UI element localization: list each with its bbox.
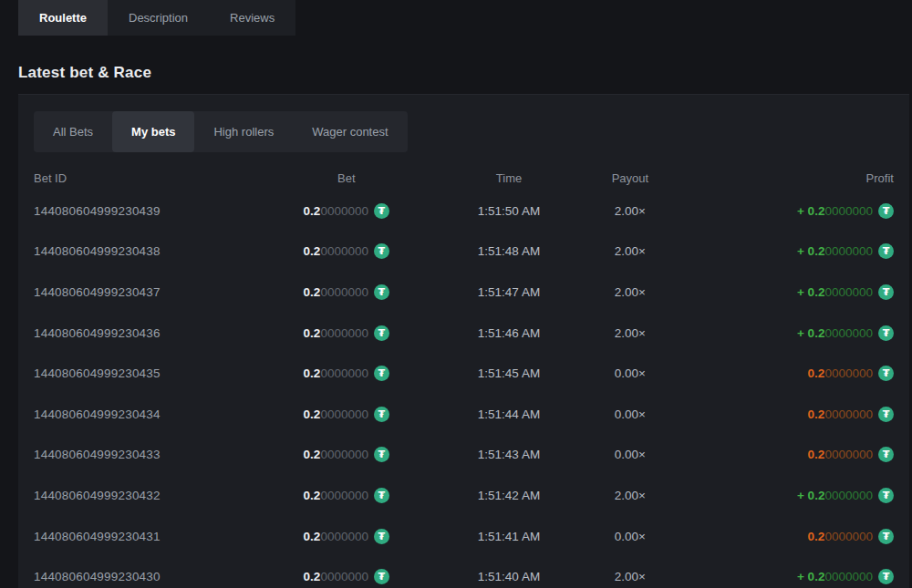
column-header-bet: Bet: [244, 171, 449, 185]
latest-bets-panel: All BetsMy betsHigh rollersWager contest…: [18, 94, 909, 588]
tether-icon: ₮: [374, 325, 389, 341]
page: RouletteDescriptionReviews Latest bet & …: [0, 0, 912, 588]
tether-icon: ₮: [374, 366, 389, 381]
bet-time: 1:51:44 AM: [449, 407, 568, 421]
bet-payout: 0.00×: [569, 366, 692, 380]
bet-payout: 2.00×: [569, 204, 692, 218]
table-header: Bet IDBetTimePayoutProfit: [34, 165, 894, 191]
bet-id: 144080604999230436: [34, 326, 244, 340]
bet-time: 1:51:50 AM: [449, 204, 568, 218]
tether-icon: ₮: [878, 488, 894, 503]
tether-icon: ₮: [374, 569, 389, 584]
table-row[interactable]: 1440806049992304340.20000000₮1:51:44 AM0…: [34, 394, 894, 435]
game-tabs: RouletteDescriptionReviews: [18, 0, 295, 36]
table-row[interactable]: 1440806049992304300.20000000₮1:51:40 AM2…: [34, 556, 894, 588]
tether-icon: ₮: [374, 203, 389, 219]
bet-id: 144080604999230432: [34, 489, 244, 502]
column-header-profit: Profit: [691, 171, 894, 185]
bet-id: 144080604999230439: [34, 204, 244, 218]
bet-payout: 2.00×: [569, 570, 692, 583]
bet-profit: + 0.20000000₮: [691, 569, 894, 584]
bet-payout: 0.00×: [569, 407, 692, 421]
tether-icon: ₮: [878, 325, 894, 341]
bet-time: 1:51:45 AM: [449, 366, 568, 380]
bet-id: 144080604999230438: [34, 244, 244, 258]
tether-icon: ₮: [374, 243, 389, 259]
bet-time: 1:51:47 AM: [449, 285, 568, 299]
bet-payout: 2.00×: [569, 285, 692, 299]
bet-id: 144080604999230430: [34, 570, 244, 583]
column-header-time: Time: [449, 171, 568, 185]
bet-payout: 2.00×: [569, 244, 692, 258]
bet-amount: 0.20000000₮: [244, 569, 449, 584]
tether-icon: ₮: [878, 569, 894, 584]
bet-id: 144080604999230431: [34, 530, 244, 543]
tether-icon: ₮: [878, 243, 894, 259]
bet-profit: + 0.20000000₮: [691, 243, 894, 259]
bet-id: 144080604999230435: [34, 366, 244, 380]
bet-time: 1:51:41 AM: [449, 530, 568, 543]
column-header-payout: Payout: [569, 171, 692, 185]
game-tab-roulette[interactable]: Roulette: [18, 0, 108, 36]
table-row[interactable]: 1440806049992304350.20000000₮1:51:45 AM0…: [34, 353, 894, 394]
bet-payout: 0.00×: [569, 448, 692, 461]
table-row[interactable]: 1440806049992304360.20000000₮1:51:46 AM2…: [34, 313, 894, 354]
bet-time: 1:51:48 AM: [449, 244, 568, 258]
bet-payout: 0.00×: [569, 530, 692, 543]
bet-time: 1:51:43 AM: [449, 448, 568, 461]
bet-payout: 2.00×: [569, 326, 692, 340]
bet-profit: + 0.20000000₮: [691, 203, 894, 219]
table-row[interactable]: 1440806049992304390.20000000₮1:51:50 AM2…: [34, 191, 894, 232]
filter-tab-all-bets[interactable]: All Bets: [34, 111, 112, 152]
section-title: Latest bet & Race: [18, 63, 912, 82]
tether-icon: ₮: [878, 447, 894, 462]
table-row[interactable]: 1440806049992304380.20000000₮1:51:48 AM2…: [34, 232, 894, 273]
bet-id: 144080604999230437: [34, 285, 244, 299]
filter-tab-high-rollers[interactable]: High rollers: [194, 111, 293, 152]
bet-amount: 0.20000000₮: [244, 284, 449, 300]
table-row[interactable]: 1440806049992304320.20000000₮1:51:42 AM2…: [34, 475, 894, 516]
bets-table: Bet IDBetTimePayoutProfit 14408060499923…: [34, 165, 894, 588]
column-header-bet-id: Bet ID: [34, 171, 244, 185]
bet-time: 1:51:40 AM: [449, 570, 568, 583]
bet-filter-tabs: All BetsMy betsHigh rollersWager contest: [34, 111, 408, 152]
bet-amount: 0.20000000₮: [244, 203, 449, 219]
bet-payout: 2.00×: [569, 489, 692, 502]
game-tab-reviews[interactable]: Reviews: [209, 0, 295, 36]
tether-icon: ₮: [374, 447, 389, 462]
bet-profit: + 0.20000000₮: [691, 488, 894, 503]
table-row[interactable]: 1440806049992304310.20000000₮1:51:41 AM0…: [34, 516, 894, 557]
bet-amount: 0.20000000₮: [244, 407, 449, 422]
tether-icon: ₮: [374, 284, 389, 300]
bet-profit: + 0.20000000₮: [691, 284, 894, 300]
tether-icon: ₮: [878, 529, 894, 544]
bet-amount: 0.20000000₮: [244, 529, 449, 544]
bet-amount: 0.20000000₮: [244, 366, 449, 381]
tether-icon: ₮: [878, 203, 894, 219]
bet-amount: 0.20000000₮: [244, 447, 449, 462]
tether-icon: ₮: [878, 284, 894, 300]
tether-icon: ₮: [878, 407, 894, 422]
tether-icon: ₮: [374, 529, 389, 544]
table-row[interactable]: 1440806049992304330.20000000₮1:51:43 AM0…: [34, 435, 894, 476]
filter-tab-wager-contest[interactable]: Wager contest: [293, 111, 407, 152]
tether-icon: ₮: [374, 407, 389, 422]
bet-id: 144080604999230434: [34, 407, 244, 421]
bet-profit: + 0.20000000₮: [691, 325, 894, 341]
table-body: 1440806049992304390.20000000₮1:51:50 AM2…: [34, 191, 894, 588]
bet-time: 1:51:42 AM: [449, 489, 568, 502]
bet-amount: 0.20000000₮: [244, 243, 449, 259]
tether-icon: ₮: [878, 366, 894, 381]
bet-amount: 0.20000000₮: [244, 488, 449, 503]
bet-profit: 0.20000000₮: [691, 447, 894, 462]
filter-tab-my-bets[interactable]: My bets: [112, 111, 194, 152]
game-tab-description[interactable]: Description: [108, 0, 209, 36]
bet-id: 144080604999230433: [34, 448, 244, 461]
tether-icon: ₮: [374, 488, 389, 503]
bet-time: 1:51:46 AM: [449, 326, 568, 340]
bet-amount: 0.20000000₮: [244, 325, 449, 341]
table-row[interactable]: 1440806049992304370.20000000₮1:51:47 AM2…: [34, 272, 894, 313]
bet-profit: 0.20000000₮: [691, 407, 894, 422]
bet-profit: 0.20000000₮: [691, 529, 894, 544]
bet-profit: 0.20000000₮: [691, 366, 894, 381]
